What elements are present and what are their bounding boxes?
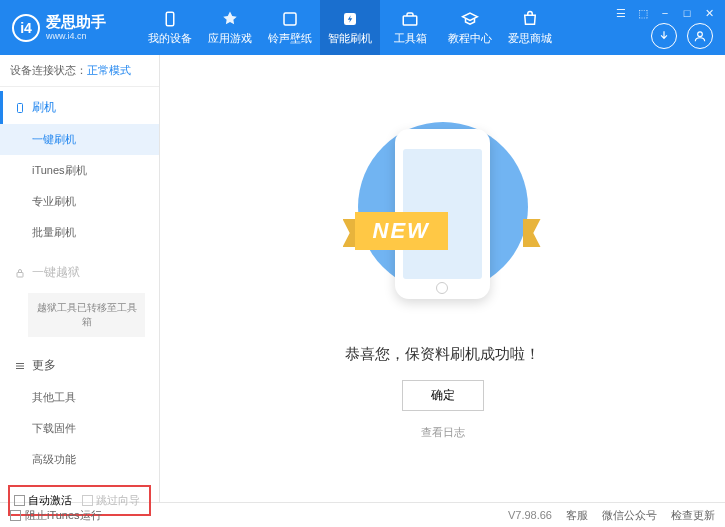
apps-icon — [220, 9, 240, 29]
ok-button[interactable]: 确定 — [402, 380, 484, 411]
new-ribbon: NEW — [355, 212, 448, 250]
settings-icon[interactable]: ☰ — [613, 6, 629, 20]
nav-apps[interactable]: 应用游戏 — [200, 0, 260, 55]
skip-setup-checkbox[interactable]: 跳过向导 — [82, 493, 140, 508]
auto-activate-checkbox[interactable]: 自动激活 — [14, 493, 72, 508]
minimize-icon[interactable]: − — [657, 6, 673, 20]
svg-rect-6 — [17, 272, 23, 277]
tutorial-icon — [460, 9, 480, 29]
shop-icon — [520, 9, 540, 29]
skin-icon[interactable]: ⬚ — [635, 6, 651, 20]
flash-section-icon — [14, 102, 26, 114]
toolbox-icon — [400, 9, 420, 29]
sidebar-item-itunes-flash[interactable]: iTunes刷机 — [0, 155, 159, 186]
device-icon — [160, 9, 180, 29]
version-label: V7.98.66 — [508, 509, 552, 521]
sidebar-flash-header[interactable]: 刷机 — [0, 91, 159, 124]
svg-rect-0 — [166, 12, 174, 26]
flash-icon — [340, 9, 360, 29]
svg-rect-5 — [18, 103, 23, 112]
svg-point-4 — [698, 32, 703, 37]
sidebar-item-batch-flash[interactable]: 批量刷机 — [0, 217, 159, 248]
svg-rect-1 — [284, 13, 296, 25]
app-title: 爱思助手 — [46, 14, 106, 31]
logo-area: i4 爱思助手 www.i4.cn — [0, 14, 140, 42]
lock-icon — [14, 267, 26, 279]
sidebar-item-other-tools[interactable]: 其他工具 — [0, 382, 159, 413]
footer-support[interactable]: 客服 — [566, 508, 588, 523]
sidebar: 设备连接状态：正常模式 刷机 一键刷机 iTunes刷机 专业刷机 批量刷机 一… — [0, 55, 160, 502]
device-status: 设备连接状态：正常模式 — [0, 55, 159, 87]
nav-shop[interactable]: 爱思商城 — [500, 0, 560, 55]
app-header: i4 爱思助手 www.i4.cn 我的设备 应用游戏 铃声壁纸 智能刷机 工具… — [0, 0, 725, 55]
sidebar-more-header[interactable]: 更多 — [0, 349, 159, 382]
view-log-link[interactable]: 查看日志 — [421, 425, 465, 440]
nav-my-device[interactable]: 我的设备 — [140, 0, 200, 55]
download-button[interactable] — [651, 23, 677, 49]
success-message: 恭喜您，保资料刷机成功啦！ — [345, 345, 540, 364]
block-itunes-checkbox[interactable]: 阻止iTunes运行 — [10, 508, 102, 523]
nav-flash[interactable]: 智能刷机 — [320, 0, 380, 55]
logo-icon: i4 — [12, 14, 40, 42]
jailbreak-moved-note: 越狱工具已转移至工具箱 — [28, 293, 145, 337]
user-button[interactable] — [687, 23, 713, 49]
nav-media[interactable]: 铃声壁纸 — [260, 0, 320, 55]
media-icon — [280, 9, 300, 29]
footer-check-update[interactable]: 检查更新 — [671, 508, 715, 523]
close-icon[interactable]: ✕ — [701, 6, 717, 20]
sidebar-item-oneclick-flash[interactable]: 一键刷机 — [0, 124, 159, 155]
window-controls: ☰ ⬚ − □ ✕ — [613, 6, 717, 20]
sidebar-item-pro-flash[interactable]: 专业刷机 — [0, 186, 159, 217]
top-nav: 我的设备 应用游戏 铃声壁纸 智能刷机 工具箱 教程中心 爱思商城 — [140, 0, 560, 55]
nav-toolbox[interactable]: 工具箱 — [380, 0, 440, 55]
sidebar-item-advanced[interactable]: 高级功能 — [0, 444, 159, 475]
device-info: iPhone 15 Pro Max 512GB iPhone — [0, 522, 159, 527]
svg-rect-3 — [403, 16, 417, 25]
sidebar-jailbreak-header: 一键越狱 — [0, 256, 159, 289]
main-content: NEW 恭喜您，保资料刷机成功啦！ 确定 查看日志 — [160, 55, 725, 502]
sidebar-item-download-firmware[interactable]: 下载固件 — [0, 413, 159, 444]
more-icon — [14, 360, 26, 372]
footer-wechat[interactable]: 微信公众号 — [602, 508, 657, 523]
nav-tutorial[interactable]: 教程中心 — [440, 0, 500, 55]
maximize-icon[interactable]: □ — [679, 6, 695, 20]
app-url: www.i4.cn — [46, 31, 106, 41]
success-illustration: NEW — [363, 117, 523, 327]
